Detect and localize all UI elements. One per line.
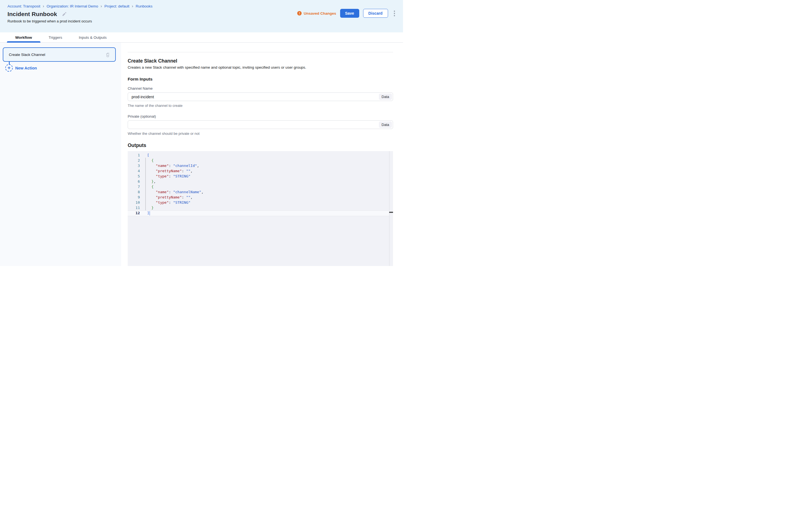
unsaved-changes-label: Unsaved Changes xyxy=(304,11,336,16)
channel-name-data-button[interactable]: Data xyxy=(379,94,392,100)
code-text: "name": "channelId", xyxy=(142,163,199,168)
line-number: 8 xyxy=(128,189,142,195)
editor-scrollbar-track[interactable] xyxy=(389,151,393,266)
tab-triggers[interactable]: Triggers xyxy=(40,32,71,42)
tab-bar: Workflow Triggers Inputs & Outputs xyxy=(0,32,403,43)
line-number: 5 xyxy=(128,174,142,179)
private-help: Whether the channel should be private or… xyxy=(128,132,393,136)
tab-workflow-label: Workflow xyxy=(15,35,32,40)
action-detail-title: Create Slack Channel xyxy=(128,58,393,64)
line-number: 4 xyxy=(128,168,142,174)
breadcrumb-account-link[interactable]: Account: Transposit xyxy=(7,4,40,8)
header-actions: ! Unsaved Changes Save Discard xyxy=(297,9,396,18)
breadcrumb-runbooks-link[interactable]: Runbooks xyxy=(136,4,153,8)
code-line: 5 "type": "STRING" xyxy=(128,174,393,179)
channel-name-label: Channel Name xyxy=(128,87,393,91)
page-title: Incident Runbook xyxy=(7,11,57,17)
chevron-right-icon: › xyxy=(100,4,102,8)
cursor-position-marker xyxy=(389,212,393,213)
tab-triggers-label: Triggers xyxy=(49,35,62,40)
code-text: "type": "STRING" xyxy=(142,174,190,179)
new-action-button[interactable]: + New Action xyxy=(5,64,37,72)
line-number: 2 xyxy=(128,158,142,163)
code-text: { xyxy=(142,158,153,163)
tab-workflow[interactable]: Workflow xyxy=(7,32,40,42)
pencil-icon xyxy=(61,12,67,17)
chevron-right-icon: › xyxy=(132,4,133,8)
kebab-dot-icon xyxy=(394,15,395,16)
channel-name-input[interactable] xyxy=(128,92,393,101)
action-detail-pane: Create Slack Channel Creates a new Slack… xyxy=(121,43,403,266)
code-line: 3 "name": "channelId", xyxy=(128,163,393,168)
code-text: { xyxy=(142,184,153,189)
code-line: 12] xyxy=(128,210,393,216)
code-text: "type": "STRING" xyxy=(142,200,190,205)
code-lines: 1[2 {3 "name": "channelId",4 "prettyName… xyxy=(128,151,393,216)
kebab-dot-icon xyxy=(394,11,395,12)
code-text: [ xyxy=(142,153,149,158)
edit-title-button[interactable] xyxy=(61,11,67,17)
alert-circle-icon: ! xyxy=(297,11,301,16)
code-line: 10 "type": "STRING" xyxy=(128,200,393,205)
delete-action-button[interactable] xyxy=(104,51,111,58)
code-text: } xyxy=(142,205,153,210)
private-label: Private (optional) xyxy=(128,114,393,118)
app-root: Account: Transposit › Organization: IR I… xyxy=(0,0,403,266)
channel-name-help: The name of the channel to create xyxy=(128,103,393,108)
form-inputs-heading: Form Inputs xyxy=(128,77,393,82)
code-line: 11 } xyxy=(128,205,393,210)
action-detail-description: Creates a new Slack channel with specifi… xyxy=(128,65,393,70)
more-options-button[interactable] xyxy=(392,9,397,18)
code-line: 4 "prettyName": "", xyxy=(128,168,393,174)
divider xyxy=(128,52,393,52)
kebab-dot-icon xyxy=(394,13,395,14)
channel-name-field: Data xyxy=(128,92,393,101)
code-text: "prettyName": "", xyxy=(142,168,193,174)
page-header: Account: Transposit › Organization: IR I… xyxy=(0,0,403,32)
breadcrumb-project-link[interactable]: Project: default xyxy=(105,4,129,8)
private-data-button[interactable]: Data xyxy=(379,121,392,128)
code-text: }, xyxy=(142,179,155,184)
code-text: "name": "channelName", xyxy=(142,189,204,195)
code-line: 9 "prettyName": "", xyxy=(128,195,393,200)
workflow-step-panel: Create Slack Channel xyxy=(0,43,121,266)
action-step-card[interactable]: Create Slack Channel xyxy=(3,48,116,62)
plus-circle-icon: + xyxy=(5,64,13,72)
code-text: "prettyName": "", xyxy=(142,195,193,200)
page-subtitle: Runbook to be triggered when a prod inci… xyxy=(7,19,403,23)
tab-inputs-outputs[interactable]: Inputs & Outputs xyxy=(71,32,115,42)
private-field: Data xyxy=(128,120,393,129)
line-number: 7 xyxy=(128,184,142,189)
discard-button[interactable]: Discard xyxy=(363,9,388,18)
code-line: 6 }, xyxy=(128,179,393,184)
private-input[interactable] xyxy=(128,120,393,129)
text-cursor xyxy=(150,211,150,215)
content-area: Create Slack Channel xyxy=(0,43,403,266)
line-number: 12 xyxy=(128,210,142,216)
line-number: 10 xyxy=(128,200,142,205)
breadcrumb: Account: Transposit › Organization: IR I… xyxy=(7,4,403,8)
line-number: 11 xyxy=(128,205,142,210)
code-line: 8 "name": "channelName", xyxy=(128,189,393,195)
code-line: 2 { xyxy=(128,158,393,163)
line-number: 9 xyxy=(128,195,142,200)
line-number: 1 xyxy=(128,153,142,158)
tab-inputs-outputs-label: Inputs & Outputs xyxy=(79,35,107,40)
code-text: ] xyxy=(142,210,150,216)
chevron-right-icon: › xyxy=(43,4,44,8)
action-step-label: Create Slack Channel xyxy=(9,53,104,57)
save-button[interactable]: Save xyxy=(340,9,359,18)
line-number: 3 xyxy=(128,163,142,168)
code-line: 1[ xyxy=(128,153,393,158)
new-action-label: New Action xyxy=(15,66,37,70)
trash-icon xyxy=(105,52,111,58)
line-number: 6 xyxy=(128,179,142,184)
unsaved-changes-status: ! Unsaved Changes xyxy=(297,11,336,16)
breadcrumb-organization-link[interactable]: Organization: IR Internal Demo xyxy=(47,4,98,8)
outputs-code-editor[interactable]: 1[2 {3 "name": "channelId",4 "prettyName… xyxy=(128,151,393,266)
outputs-heading: Outputs xyxy=(128,142,393,148)
code-line: 7 { xyxy=(128,184,393,189)
